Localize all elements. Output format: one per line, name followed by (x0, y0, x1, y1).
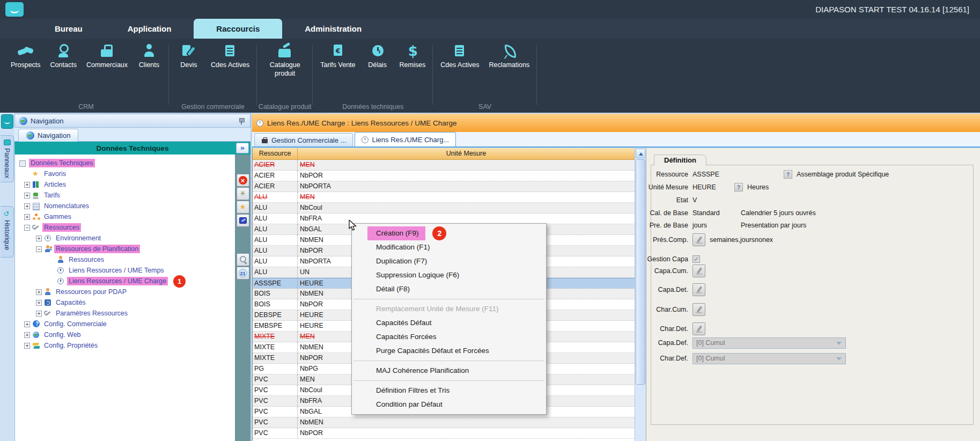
tree-item[interactable]: + Gammes (15, 211, 235, 222)
tree-item[interactable]: Liens Ressources / UME Charge 1 (15, 276, 235, 286)
tree-item[interactable]: + Config. Propriétés (15, 340, 235, 351)
ribbon-button[interactable]: Commerciaux (86, 43, 127, 70)
edit-hand-icon[interactable] (692, 322, 705, 335)
expand-toggle-icon[interactable]: − (36, 246, 42, 252)
tree-item[interactable]: + Paramètres Ressources (15, 308, 235, 319)
expand-toggle-icon[interactable]: + (24, 321, 30, 327)
tree-item[interactable]: + Environnement (15, 233, 235, 244)
context-menu-item[interactable]: Capacités Défaut (352, 316, 546, 330)
expand-toggle-icon[interactable]: + (24, 343, 30, 349)
context-menu-item[interactable]: Définition Filtres et Tris (352, 384, 546, 398)
context-menu-item[interactable] (353, 299, 544, 299)
context-menu-item[interactable]: Création (F9) 2 (352, 226, 546, 240)
tree-item[interactable]: + Articles (15, 179, 235, 190)
context-menu-item[interactable]: Modification (F1) (352, 240, 546, 254)
tree-item[interactable]: + Nomenclatures (15, 201, 235, 211)
table-row[interactable]: ACIER NbPORTA (253, 181, 635, 192)
tree-item[interactable]: − Ressources (15, 222, 235, 233)
ribbon-button[interactable]: Remises (400, 43, 426, 70)
context-menu-item[interactable]: MAJ Cohérence Planification (352, 364, 546, 378)
expand-toggle-icon[interactable]: + (36, 300, 42, 306)
table-row[interactable]: ACIER MEN (253, 160, 635, 171)
context-menu-item[interactable]: Remplacement Unité de Mesure (F11) (352, 302, 546, 316)
rail-collapse-icon[interactable] (1, 114, 13, 129)
tree-tool-button[interactable] (237, 187, 249, 200)
table-row[interactable]: ALU NbCoul (253, 203, 635, 214)
tree-item[interactable]: + Config. Web (15, 329, 235, 340)
tree-item[interactable]: Favoris (15, 168, 235, 179)
edit-hand-icon[interactable] (692, 283, 705, 296)
tree-tool-button[interactable] (237, 174, 249, 187)
expand-toggle-icon[interactable]: + (24, 193, 30, 199)
tab-definition[interactable]: Définition (654, 155, 706, 166)
column-header-unite-mesure[interactable]: Unité Mesure (298, 148, 635, 159)
tree-item[interactable]: − Ressources de Planification (15, 244, 235, 254)
tree-tool-button[interactable] (237, 214, 249, 227)
tree-tool-button[interactable] (237, 253, 249, 266)
help-icon[interactable]: ? (784, 170, 792, 179)
expand-toggle-icon[interactable]: + (24, 182, 30, 188)
context-menu-item[interactable]: Suppression Logique (F6) (352, 268, 546, 282)
scrollbar-thumb[interactable] (636, 159, 645, 385)
checkbox-gestion-capa[interactable]: ✓ (692, 255, 700, 263)
vertical-tab-historique[interactable]: ↺ Historique (1, 206, 14, 258)
dropdown-char-def[interactable]: [0] Cumul (692, 353, 846, 364)
tree-item[interactable]: + Capacités (15, 297, 235, 308)
ribbon-button[interactable]: Cdes Actives (211, 43, 249, 70)
expand-toggle-icon[interactable]: + (24, 214, 30, 220)
column-header-ressource[interactable]: Ressource (253, 148, 298, 159)
table-row[interactable]: ACIER NbPOR (253, 171, 635, 181)
ribbon-button[interactable]: Prospects (11, 43, 41, 70)
edit-hand-icon[interactable] (692, 233, 705, 246)
expand-toggle-icon[interactable]: + (24, 203, 30, 209)
document-tab[interactable]: Liens Res./UME Charg... (355, 132, 456, 146)
table-row[interactable]: ALU MEN (253, 192, 635, 203)
menu-tab[interactable]: Bureau (32, 19, 105, 39)
ribbon-button[interactable]: Catalogue produit (264, 43, 305, 78)
context-menu-item[interactable]: Détail (F8) (352, 282, 546, 296)
context-menu-item[interactable]: Duplication (F7) (352, 254, 546, 268)
table-row[interactable]: PVC NbPOR (253, 428, 635, 439)
ribbon-button[interactable]: Cdes Actives (440, 43, 479, 70)
edit-hand-icon[interactable] (692, 303, 705, 316)
navigation-tab[interactable]: Navigation (18, 129, 78, 142)
vertical-tab-panneaux[interactable]: Panneaux (1, 135, 14, 182)
dropdown-capa-def[interactable]: [0] Cumul (692, 337, 846, 349)
ribbon-button[interactable]: Devis (176, 43, 201, 70)
tree-tool-button[interactable] (237, 267, 249, 280)
expand-toggle-icon[interactable]: + (36, 236, 42, 241)
table-scrollbar[interactable] (635, 148, 646, 441)
menu-tab[interactable]: Raccourcis (194, 19, 282, 39)
ribbon-button[interactable]: Contacts (50, 43, 77, 70)
tree-item[interactable]: + Ressources pour PDAP (15, 286, 235, 297)
ribbon-button[interactable]: Délais (365, 43, 390, 70)
expand-toggle-icon[interactable]: + (36, 311, 42, 317)
table-row[interactable]: ALU NbFRA (253, 214, 635, 224)
tree-item[interactable]: + Tarifs (15, 190, 235, 201)
menu-tab[interactable]: Administration (282, 19, 384, 39)
context-menu-item[interactable]: Condition par Défaut (352, 398, 546, 411)
ribbon-button[interactable]: Reclamations (489, 43, 529, 70)
collapse-panel-button[interactable]: » (236, 143, 249, 153)
tree-item[interactable]: Liens Ressources / UME Temps (15, 265, 235, 276)
context-menu-item[interactable] (353, 380, 544, 381)
tree-item[interactable]: + Config. Commerciale (15, 319, 235, 329)
table-row[interactable]: PVC NbMEN (253, 417, 635, 428)
app-logo-icon[interactable] (5, 2, 24, 17)
context-menu-item[interactable]: Purge Capacités Défaut et Forcées (352, 344, 546, 358)
tree-tool-button[interactable] (237, 201, 249, 214)
help-icon[interactable]: ? (734, 183, 743, 192)
pin-icon[interactable] (238, 117, 245, 124)
expand-toggle-icon[interactable]: − (24, 225, 30, 231)
expand-toggle-icon[interactable]: + (24, 332, 30, 338)
document-tab[interactable]: Gestion Commerciale ... (254, 133, 353, 146)
context-menu-item[interactable]: Capacités Forcées (352, 330, 546, 344)
edit-hand-icon[interactable] (692, 264, 705, 277)
ribbon-button[interactable]: Clients (137, 43, 161, 70)
ribbon-button[interactable]: Tarifs Vente (320, 43, 355, 70)
context-menu-item[interactable] (353, 361, 544, 361)
tree-item[interactable]: Données Techniques (15, 158, 235, 168)
menu-tab[interactable]: Application (105, 19, 194, 39)
expand-toggle-icon[interactable]: + (36, 289, 42, 295)
scroll-up-icon[interactable] (636, 149, 645, 158)
